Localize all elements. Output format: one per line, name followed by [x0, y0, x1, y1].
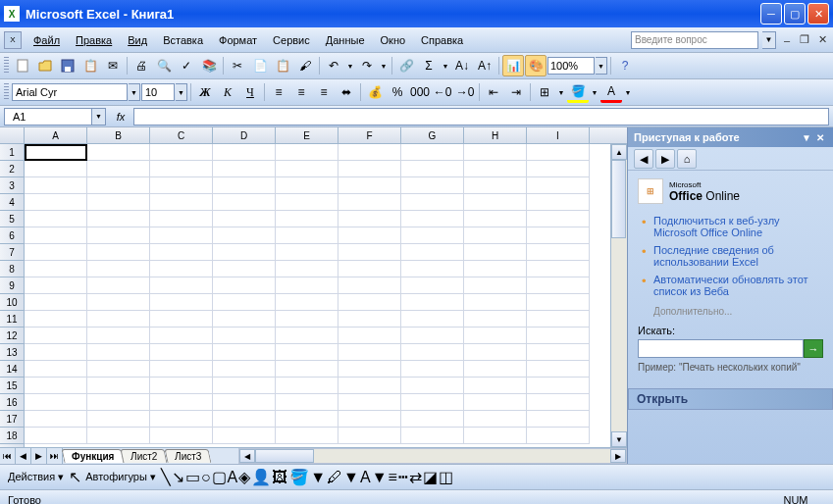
dash-style-button[interactable]: ┅ [398, 468, 408, 486]
cell[interactable] [87, 227, 150, 244]
cell[interactable] [213, 161, 276, 177]
cell[interactable] [213, 194, 276, 211]
cell[interactable] [464, 227, 527, 244]
cell[interactable] [87, 428, 150, 444]
cell[interactable] [401, 244, 464, 261]
cell[interactable] [464, 244, 527, 261]
cell[interactable] [276, 194, 338, 211]
select-objects-button[interactable]: ↖ [69, 468, 81, 486]
cell[interactable] [464, 411, 527, 428]
name-box[interactable]: A1 [4, 108, 92, 126]
column-header[interactable]: I [527, 127, 590, 143]
cell[interactable] [527, 411, 590, 428]
cell[interactable] [213, 144, 276, 161]
cell[interactable] [25, 211, 87, 227]
name-box-dropdown[interactable]: ▼ [92, 108, 106, 126]
cell[interactable] [338, 177, 401, 194]
cell[interactable] [401, 428, 464, 444]
column-header[interactable]: E [276, 127, 338, 143]
cell[interactable] [150, 194, 213, 211]
cell[interactable] [150, 244, 213, 261]
sort-desc-button[interactable]: A↑ [474, 55, 495, 76]
row-header[interactable]: 7 [0, 244, 24, 261]
nav-forward-button[interactable]: ▶ [655, 149, 675, 169]
autosum-dropdown[interactable]: ▼ [441, 55, 450, 76]
actions-menu[interactable]: Действия ▾ [5, 471, 67, 483]
open-button[interactable] [34, 55, 56, 76]
cell[interactable] [150, 211, 213, 227]
menu-file[interactable]: Файл [26, 31, 68, 49]
cell[interactable] [276, 294, 338, 311]
row-header[interactable]: 17 [0, 411, 24, 428]
spelling-button[interactable]: ✓ [176, 55, 197, 76]
hyperlink-button[interactable]: 🔗 [395, 55, 417, 76]
comma-button[interactable]: 000 [409, 81, 431, 103]
cell[interactable] [213, 428, 276, 444]
cell[interactable] [150, 428, 213, 444]
font-size-input[interactable] [141, 83, 175, 101]
cell[interactable] [464, 177, 527, 194]
redo-dropdown[interactable]: ▼ [379, 55, 389, 76]
font-color-dropdown[interactable]: ▼ [623, 81, 633, 103]
zoom-input[interactable] [547, 57, 595, 75]
fill-color-button[interactable]: 🪣 [567, 81, 589, 103]
row-header[interactable]: 10 [0, 294, 24, 311]
cell[interactable] [464, 161, 527, 177]
cell[interactable] [527, 211, 590, 227]
cell[interactable] [276, 328, 338, 344]
cell[interactable] [401, 294, 464, 311]
cut-button[interactable]: ✂ [227, 55, 248, 76]
cell[interactable] [276, 428, 338, 444]
cell[interactable] [464, 344, 527, 361]
cell[interactable] [150, 411, 213, 428]
cell[interactable] [338, 328, 401, 344]
column-header[interactable]: D [213, 127, 276, 143]
rectangle-button[interactable]: ▭ [185, 468, 200, 486]
align-left-button[interactable]: ≡ [268, 81, 289, 103]
help-dropdown[interactable]: ▼ [762, 31, 776, 49]
cell[interactable] [527, 294, 590, 311]
cell[interactable] [401, 277, 464, 294]
merge-center-button[interactable]: ⬌ [336, 81, 357, 103]
cell[interactable] [213, 378, 276, 394]
cell[interactable] [527, 161, 590, 177]
font-name-dropdown[interactable]: ▼ [129, 83, 140, 101]
cell[interactable] [276, 411, 338, 428]
underline-button[interactable]: Ч [239, 81, 261, 103]
permission-button[interactable]: 📋 [79, 55, 101, 76]
print-preview-button[interactable]: 🔍 [153, 55, 175, 76]
undo-button[interactable]: ↶ [323, 55, 344, 76]
cell[interactable] [276, 344, 338, 361]
fill-color-draw-button[interactable]: 🪣 [289, 468, 309, 486]
cell[interactable] [527, 194, 590, 211]
cell[interactable] [25, 378, 87, 394]
copy-button[interactable]: 📄 [249, 55, 271, 76]
menu-tools[interactable]: Сервис [265, 31, 318, 49]
menu-insert[interactable]: Вставка [155, 31, 211, 49]
column-header[interactable]: C [150, 127, 213, 143]
undo-dropdown[interactable]: ▼ [345, 55, 355, 76]
cell[interactable] [527, 227, 590, 244]
cell[interactable] [527, 277, 590, 294]
cell[interactable] [401, 411, 464, 428]
cell[interactable] [25, 361, 87, 378]
open-section[interactable]: Открыть [628, 388, 833, 410]
cell[interactable] [464, 194, 527, 211]
line-color-button[interactable]: 🖊 [327, 469, 342, 486]
row-header[interactable]: 4 [0, 194, 24, 211]
row-header[interactable]: 2 [0, 161, 24, 177]
cell[interactable] [401, 394, 464, 411]
column-header[interactable]: B [87, 127, 150, 143]
sheet-tab-active[interactable]: Функция [62, 449, 125, 463]
scroll-down-button[interactable]: ▼ [611, 431, 627, 447]
row-header[interactable]: 15 [0, 378, 24, 394]
cell[interactable] [276, 211, 338, 227]
cell[interactable] [276, 227, 338, 244]
cell[interactable] [25, 277, 87, 294]
cell[interactable] [401, 378, 464, 394]
borders-dropdown[interactable]: ▼ [556, 81, 566, 103]
cell[interactable] [401, 144, 464, 161]
scroll-left-button[interactable]: ◀ [239, 449, 255, 463]
tab-first-button[interactable]: ⏮ [0, 448, 16, 464]
fill-color-draw-dropdown[interactable]: ▼ [310, 469, 326, 486]
